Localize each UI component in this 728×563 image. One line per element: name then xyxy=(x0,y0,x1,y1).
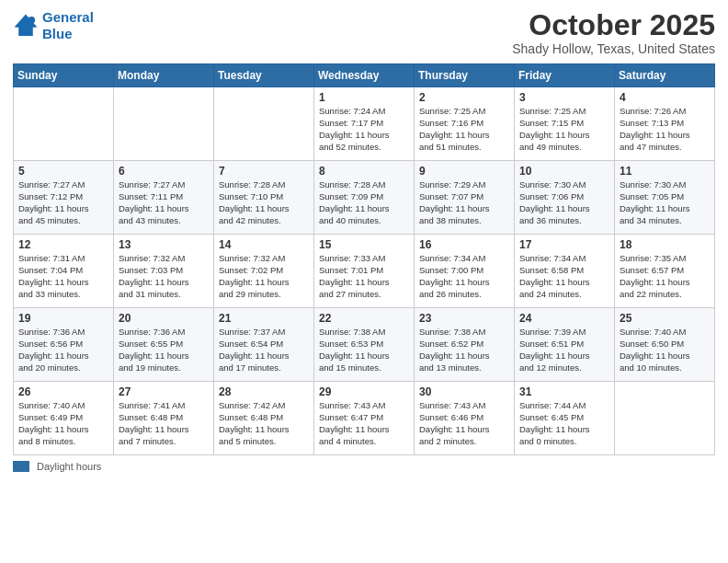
calendar-day-cell xyxy=(14,87,114,161)
day-info: Sunrise: 7:34 AM Sunset: 7:00 PM Dayligh… xyxy=(419,253,509,300)
day-number: 5 xyxy=(18,165,108,178)
day-info: Sunrise: 7:37 AM Sunset: 6:54 PM Dayligh… xyxy=(219,327,309,373)
logo-icon xyxy=(13,13,39,39)
day-info: Sunrise: 7:27 AM Sunset: 7:11 PM Dayligh… xyxy=(119,179,209,226)
day-number: 7 xyxy=(219,165,309,178)
title-block: October 2025 Shady Hollow, Texas, United… xyxy=(512,9,715,56)
day-number: 3 xyxy=(519,91,609,104)
day-info: Sunrise: 7:31 AM Sunset: 7:04 PM Dayligh… xyxy=(18,253,108,300)
day-number: 13 xyxy=(119,238,209,251)
day-info: Sunrise: 7:38 AM Sunset: 6:53 PM Dayligh… xyxy=(319,327,409,373)
day-info: Sunrise: 7:43 AM Sunset: 6:46 PM Dayligh… xyxy=(419,400,509,447)
day-number: 31 xyxy=(519,385,609,398)
calendar-day-cell: 25Sunrise: 7:40 AM Sunset: 6:50 PM Dayli… xyxy=(615,308,715,382)
day-number: 17 xyxy=(519,238,609,251)
day-info: Sunrise: 7:36 AM Sunset: 6:55 PM Dayligh… xyxy=(119,327,209,373)
day-number: 27 xyxy=(119,385,209,398)
day-number: 16 xyxy=(419,238,509,251)
day-number: 23 xyxy=(419,312,509,325)
day-number: 12 xyxy=(18,238,108,251)
day-number: 2 xyxy=(419,91,509,104)
day-info: Sunrise: 7:40 AM Sunset: 6:50 PM Dayligh… xyxy=(620,327,710,373)
calendar-day-cell: 28Sunrise: 7:42 AM Sunset: 6:48 PM Dayli… xyxy=(214,382,314,455)
weekday-header: Tuesday xyxy=(214,64,314,87)
day-number: 10 xyxy=(519,165,609,178)
calendar-day-cell: 14Sunrise: 7:32 AM Sunset: 7:02 PM Dayli… xyxy=(214,235,314,308)
logo-general: General xyxy=(42,9,94,25)
day-info: Sunrise: 7:34 AM Sunset: 6:58 PM Dayligh… xyxy=(519,253,609,300)
day-number: 29 xyxy=(319,385,409,398)
calendar-week-row: 26Sunrise: 7:40 AM Sunset: 6:49 PM Dayli… xyxy=(14,382,715,455)
calendar-day-cell: 31Sunrise: 7:44 AM Sunset: 6:45 PM Dayli… xyxy=(515,382,615,455)
weekday-header: Sunday xyxy=(14,64,114,87)
calendar-day-cell: 5Sunrise: 7:27 AM Sunset: 7:12 PM Daylig… xyxy=(14,161,114,235)
day-number: 14 xyxy=(219,238,309,251)
day-number: 1 xyxy=(319,91,409,104)
page: General Blue October 2025 Shady Hollow, … xyxy=(0,0,728,563)
calendar-day-cell: 11Sunrise: 7:30 AM Sunset: 7:05 PM Dayli… xyxy=(615,161,715,235)
day-info: Sunrise: 7:28 AM Sunset: 7:09 PM Dayligh… xyxy=(319,179,409,226)
day-number: 22 xyxy=(319,312,409,325)
calendar-day-cell: 13Sunrise: 7:32 AM Sunset: 7:03 PM Dayli… xyxy=(114,235,214,308)
svg-point-4 xyxy=(28,17,35,24)
calendar-day-cell: 29Sunrise: 7:43 AM Sunset: 6:47 PM Dayli… xyxy=(314,382,415,455)
calendar-day-cell: 27Sunrise: 7:41 AM Sunset: 6:48 PM Dayli… xyxy=(114,382,214,455)
day-info: Sunrise: 7:28 AM Sunset: 7:10 PM Dayligh… xyxy=(219,179,309,226)
calendar-day-cell: 26Sunrise: 7:40 AM Sunset: 6:49 PM Dayli… xyxy=(14,382,114,455)
header: General Blue October 2025 Shady Hollow, … xyxy=(13,9,715,56)
calendar-day-cell xyxy=(114,87,214,161)
day-number: 18 xyxy=(620,238,710,251)
weekday-header: Thursday xyxy=(415,64,515,87)
day-number: 15 xyxy=(319,238,409,251)
calendar-day-cell: 18Sunrise: 7:35 AM Sunset: 6:57 PM Dayli… xyxy=(615,235,715,308)
calendar-day-cell: 12Sunrise: 7:31 AM Sunset: 7:04 PM Dayli… xyxy=(14,235,114,308)
day-number: 6 xyxy=(119,165,209,178)
day-number: 21 xyxy=(219,312,309,325)
calendar-day-cell: 21Sunrise: 7:37 AM Sunset: 6:54 PM Dayli… xyxy=(214,308,314,382)
day-number: 19 xyxy=(18,312,108,325)
calendar-week-row: 12Sunrise: 7:31 AM Sunset: 7:04 PM Dayli… xyxy=(14,235,715,308)
day-info: Sunrise: 7:32 AM Sunset: 7:03 PM Dayligh… xyxy=(119,253,209,300)
calendar-day-cell: 22Sunrise: 7:38 AM Sunset: 6:53 PM Dayli… xyxy=(314,308,415,382)
calendar-day-cell: 24Sunrise: 7:39 AM Sunset: 6:51 PM Dayli… xyxy=(515,308,615,382)
calendar-week-row: 1Sunrise: 7:24 AM Sunset: 7:17 PM Daylig… xyxy=(14,87,715,161)
day-info: Sunrise: 7:32 AM Sunset: 7:02 PM Dayligh… xyxy=(219,253,309,300)
calendar-header-row: SundayMondayTuesdayWednesdayThursdayFrid… xyxy=(14,64,715,87)
legend-icon xyxy=(13,461,29,472)
day-number: 30 xyxy=(419,385,509,398)
weekday-header: Saturday xyxy=(615,64,715,87)
svg-rect-2 xyxy=(20,26,31,36)
logo-blue: Blue xyxy=(42,26,73,41)
calendar-day-cell: 16Sunrise: 7:34 AM Sunset: 7:00 PM Dayli… xyxy=(415,235,515,308)
weekday-header: Monday xyxy=(114,64,214,87)
day-info: Sunrise: 7:41 AM Sunset: 6:48 PM Dayligh… xyxy=(119,400,209,447)
legend-label: Daylight hours xyxy=(37,461,101,472)
calendar-day-cell: 9Sunrise: 7:29 AM Sunset: 7:07 PM Daylig… xyxy=(415,161,515,235)
calendar-day-cell: 4Sunrise: 7:26 AM Sunset: 7:13 PM Daylig… xyxy=(615,87,715,161)
calendar-table: SundayMondayTuesdayWednesdayThursdayFrid… xyxy=(13,63,715,455)
calendar-day-cell: 23Sunrise: 7:38 AM Sunset: 6:52 PM Dayli… xyxy=(415,308,515,382)
day-info: Sunrise: 7:36 AM Sunset: 6:56 PM Dayligh… xyxy=(18,327,108,373)
day-info: Sunrise: 7:24 AM Sunset: 7:17 PM Dayligh… xyxy=(319,106,409,153)
day-info: Sunrise: 7:42 AM Sunset: 6:48 PM Dayligh… xyxy=(219,400,309,447)
day-number: 4 xyxy=(620,91,710,104)
calendar-day-cell: 15Sunrise: 7:33 AM Sunset: 7:01 PM Dayli… xyxy=(314,235,415,308)
calendar-day-cell: 30Sunrise: 7:43 AM Sunset: 6:46 PM Dayli… xyxy=(415,382,515,455)
day-number: 9 xyxy=(419,165,509,178)
day-number: 28 xyxy=(219,385,309,398)
calendar-day-cell xyxy=(615,382,715,455)
day-info: Sunrise: 7:43 AM Sunset: 6:47 PM Dayligh… xyxy=(319,400,409,447)
calendar-day-cell: 3Sunrise: 7:25 AM Sunset: 7:15 PM Daylig… xyxy=(515,87,615,161)
day-number: 20 xyxy=(119,312,209,325)
day-number: 8 xyxy=(319,165,409,178)
logo-text: General Blue xyxy=(42,9,94,42)
calendar-subtitle: Shady Hollow, Texas, United States xyxy=(512,41,715,56)
day-info: Sunrise: 7:44 AM Sunset: 6:45 PM Dayligh… xyxy=(519,400,609,447)
calendar-title: October 2025 xyxy=(512,9,715,41)
day-info: Sunrise: 7:25 AM Sunset: 7:16 PM Dayligh… xyxy=(419,106,509,153)
day-info: Sunrise: 7:30 AM Sunset: 7:06 PM Dayligh… xyxy=(519,179,609,226)
calendar-day-cell: 19Sunrise: 7:36 AM Sunset: 6:56 PM Dayli… xyxy=(14,308,114,382)
calendar-day-cell: 8Sunrise: 7:28 AM Sunset: 7:09 PM Daylig… xyxy=(314,161,415,235)
day-info: Sunrise: 7:26 AM Sunset: 7:13 PM Dayligh… xyxy=(620,106,710,153)
day-number: 26 xyxy=(18,385,108,398)
